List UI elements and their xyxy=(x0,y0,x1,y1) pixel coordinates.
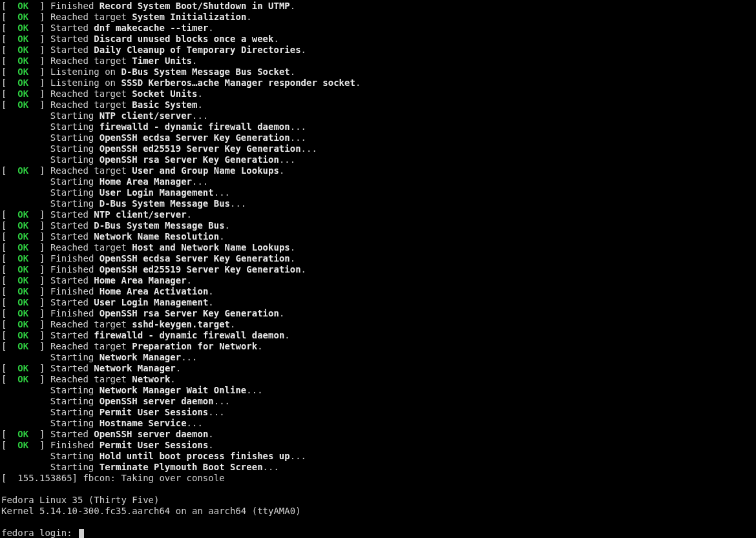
bracket-open: [ xyxy=(1,88,17,99)
boot-line: Starting Home Area Manager... xyxy=(1,176,755,187)
indent xyxy=(1,385,50,395)
subject-text: OpenSSH ecdsa Server Key Generation xyxy=(100,132,290,143)
bracket-open: [ xyxy=(1,78,17,88)
subject-text: Terminate Plymouth Boot Screen xyxy=(100,462,263,472)
trailer: ... xyxy=(290,121,306,132)
trailer: ... xyxy=(192,110,208,121)
bracket-close: ] xyxy=(28,242,50,253)
bracket-open: [ xyxy=(1,220,17,231)
boot-line: Starting NTP client/server... xyxy=(1,110,755,121)
bracket-open: [ xyxy=(1,253,17,264)
trailer: . xyxy=(279,308,284,318)
subject-text: Preparation for Network xyxy=(132,341,257,351)
action-text: Reached target xyxy=(50,165,132,176)
boot-line: [ OK ] Finished Permit User Sessions. xyxy=(1,440,755,451)
status-ok: OK xyxy=(17,45,28,55)
action-text: Starting xyxy=(50,396,100,406)
action-text: Reached target xyxy=(50,99,132,110)
boot-line: [ OK ] Reached target Socket Units. xyxy=(1,88,755,99)
subject-text: OpenSSH rsa Server Key Generation xyxy=(100,154,279,165)
bracket-close: ] xyxy=(28,308,50,318)
action-text: Listening on xyxy=(50,67,121,77)
boot-line: [ OK ] Reached target Timer Units. xyxy=(1,56,755,67)
login-prompt-line[interactable]: fedora login: xyxy=(1,528,755,538)
trailer: ... xyxy=(290,132,306,143)
trailer: . xyxy=(219,231,224,242)
trailer: . xyxy=(208,429,213,439)
boot-line: [ OK ] Reached target Basic System. xyxy=(1,99,755,110)
indent xyxy=(1,407,50,417)
subject-text: Network Name Resolution xyxy=(94,231,219,242)
boot-line: [ OK ] Finished OpenSSH rsa Server Key G… xyxy=(1,308,755,319)
bracket-close: ] xyxy=(28,45,50,55)
trailer: ... xyxy=(192,176,208,187)
bracket-open: [ xyxy=(1,363,17,373)
subject-text: Daily Cleanup of Temporary Directories xyxy=(94,45,300,55)
status-ok: OK xyxy=(17,341,28,351)
trailer: . xyxy=(301,264,306,274)
trailer: . xyxy=(273,34,278,44)
action-text: Starting xyxy=(50,143,100,154)
trailer: . xyxy=(279,165,284,176)
indent xyxy=(1,176,50,187)
bracket-close: ] xyxy=(28,341,50,351)
boot-line: Starting Network Manager Wait Online... xyxy=(1,385,755,396)
status-ok: OK xyxy=(17,165,28,176)
action-text: Starting xyxy=(50,187,100,198)
action-text: Starting xyxy=(50,462,100,472)
subject-text: OpenSSH rsa Server Key Generation xyxy=(100,308,279,318)
boot-line: Fedora Linux 35 (Thirty Five) xyxy=(1,495,755,506)
bracket-close: ] xyxy=(28,88,50,99)
subject-text: Basic System xyxy=(132,99,197,110)
subject-text: OpenSSH server daemon xyxy=(100,396,214,406)
action-text: Started xyxy=(50,231,94,242)
subject-text: D-Bus System Message Bus Socket xyxy=(121,67,289,77)
subject-text: Socket Units xyxy=(132,88,197,99)
action-text: Finished xyxy=(50,308,100,318)
action-text: Reached target xyxy=(50,88,132,99)
indent xyxy=(1,396,50,406)
boot-line: [ OK ] Started NTP client/server. xyxy=(1,209,755,220)
boot-line: [ OK ] Listening on D-Bus System Message… xyxy=(1,67,755,78)
boot-line: Starting D-Bus System Message Bus... xyxy=(1,198,755,209)
boot-line: Starting OpenSSH ecdsa Server Key Genera… xyxy=(1,132,755,143)
status-ok: OK xyxy=(17,297,28,307)
trailer: . xyxy=(208,23,213,33)
indent xyxy=(1,187,50,198)
action-text: Starting xyxy=(50,407,100,417)
subject-text: Hold until boot process finishes up xyxy=(100,451,290,461)
status-ok: OK xyxy=(17,78,28,88)
bracket-open: [ xyxy=(1,440,17,450)
subject-text: Permit User Sessions xyxy=(100,440,209,450)
boot-line: [ OK ] Started Discard unused blocks onc… xyxy=(1,34,755,45)
bracket-close: ] xyxy=(28,330,50,340)
boot-line: [ OK ] Reached target System Initializat… xyxy=(1,12,755,23)
bracket-close: ] xyxy=(28,1,50,11)
status-ok: OK xyxy=(17,99,28,110)
indent xyxy=(1,418,50,428)
indent xyxy=(1,198,50,209)
status-ok: OK xyxy=(17,56,28,66)
boot-line: [ OK ] Reached target Host and Network N… xyxy=(1,242,755,253)
trailer: . xyxy=(192,56,197,66)
boot-line: Starting OpenSSH rsa Server Key Generati… xyxy=(1,154,755,165)
trailer: . xyxy=(208,440,213,450)
indent xyxy=(1,451,50,461)
trailer: . xyxy=(284,330,289,340)
boot-line: [ OK ] Finished OpenSSH ed25519 Server K… xyxy=(1,264,755,275)
boot-line: [ OK ] Reached target User and Group Nam… xyxy=(1,165,755,176)
indent xyxy=(1,110,50,121)
bracket-open: [ xyxy=(1,275,17,285)
action-text: Starting xyxy=(50,121,100,132)
boot-line: [ OK ] Finished OpenSSH ecdsa Server Key… xyxy=(1,253,755,264)
bracket-close: ] xyxy=(28,34,50,44)
action-text: Starting xyxy=(50,385,100,395)
bracket-close: ] xyxy=(28,165,50,176)
action-text: Started xyxy=(50,45,94,55)
status-ok: OK xyxy=(17,264,28,274)
boot-line: Starting OpenSSH server daemon... xyxy=(1,396,755,407)
subject-text: Timer Units xyxy=(132,56,192,66)
cursor-icon[interactable] xyxy=(79,529,84,538)
action-text: Reached target xyxy=(50,56,132,66)
action-text: Started xyxy=(50,23,94,33)
